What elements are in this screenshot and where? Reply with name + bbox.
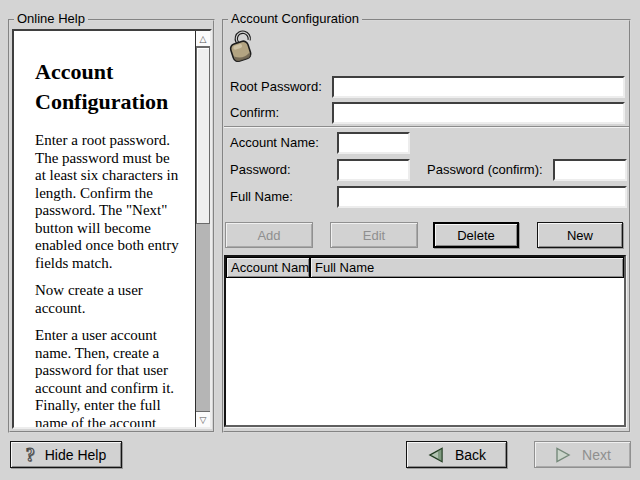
root-password-label: Root Password: (230, 80, 322, 94)
new-button[interactable]: New (537, 222, 623, 248)
back-button[interactable]: Back (406, 441, 507, 468)
password-confirm-input[interactable] (553, 159, 627, 181)
column-header-full-name[interactable]: Full Name (310, 257, 624, 278)
add-button[interactable]: Add (225, 222, 313, 248)
user-password-input[interactable] (337, 159, 410, 181)
help-viewport: Account Configuration Enter a root passw… (12, 29, 212, 429)
help-paragraph: Enter a root password. The password must… (35, 132, 205, 272)
account-name-input[interactable] (337, 132, 410, 154)
back-arrow-icon (427, 447, 445, 463)
help-paragraph: Enter a user account name. Then, create … (35, 327, 205, 429)
help-question-icon: ? (26, 446, 35, 464)
account-name-label: Account Name: (230, 136, 319, 150)
scroll-up-button[interactable]: △ (196, 31, 210, 47)
up-arrow-icon: △ (200, 34, 207, 44)
online-help-frame-title: Online Help (14, 12, 88, 26)
next-arrow-icon (554, 447, 572, 463)
section-separator (224, 126, 629, 128)
root-password-input[interactable] (332, 76, 625, 98)
down-arrow-icon: ▽ (200, 415, 207, 425)
accounts-table-header: Account Name Full Name (226, 257, 624, 278)
scrollbar-thumb[interactable] (196, 47, 210, 224)
confirm-password-label: Confirm: (230, 106, 279, 120)
scroll-down-button[interactable]: ▽ (196, 411, 210, 427)
confirm-password-input[interactable] (332, 102, 625, 124)
hide-help-label: Hide Help (45, 447, 106, 463)
full-name-label: Full Name: (230, 190, 293, 204)
help-content: Account Configuration Enter a root passw… (35, 57, 205, 429)
next-button[interactable]: Next (534, 441, 631, 468)
full-name-input[interactable] (337, 186, 627, 208)
help-paragraph: Now create a user account. (35, 282, 205, 317)
next-label: Next (582, 447, 611, 463)
account-configuration-frame-title: Account Configuration (228, 12, 362, 26)
edit-button[interactable]: Edit (330, 222, 418, 248)
delete-button[interactable]: Delete (433, 222, 519, 248)
accounts-table: Account Name Full Name (224, 255, 626, 427)
installer-window: Online Help Account Configuration Enter … (0, 0, 640, 480)
column-header-account-name[interactable]: Account Name (226, 257, 310, 278)
back-label: Back (455, 447, 486, 463)
hide-help-button[interactable]: ? Hide Help (10, 441, 122, 468)
help-heading: Account Configuration (35, 57, 205, 117)
lock-icon (227, 29, 257, 64)
help-scrollbar[interactable]: △ ▽ (195, 31, 210, 427)
password-confirm-label: Password (confirm): (427, 163, 543, 177)
user-password-label: Password: (230, 163, 291, 177)
accounts-table-body[interactable] (226, 278, 624, 425)
